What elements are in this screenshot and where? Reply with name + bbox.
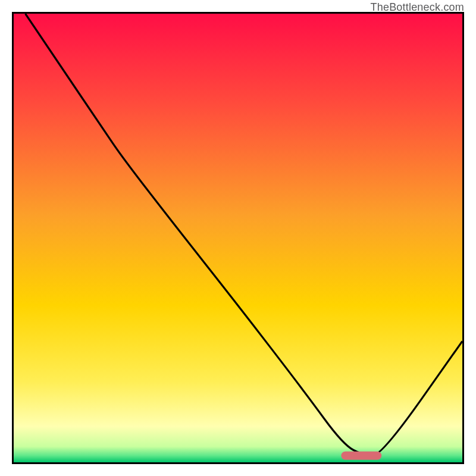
bottleneck-chart [14,14,462,462]
chart-frame [12,12,464,464]
gradient-backdrop [14,14,462,462]
optimum-marker [341,452,381,460]
